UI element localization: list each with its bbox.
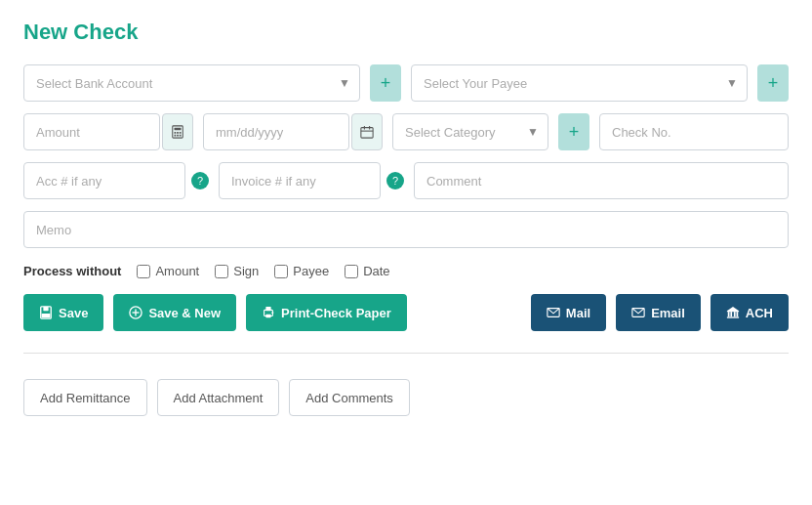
ach-label: ACH	[746, 306, 773, 320]
svg-marker-24	[727, 307, 739, 312]
print-button[interactable]: Print-Check Paper	[246, 294, 407, 331]
payee-select[interactable]: Select Your Payee	[411, 64, 748, 102]
page-title: New Check	[23, 20, 789, 45]
svg-rect-3	[177, 132, 179, 134]
calculator-icon	[171, 125, 184, 139]
acc-wrapper: ?	[23, 162, 209, 199]
date-wrapper	[203, 113, 383, 150]
row-memo	[23, 211, 789, 248]
calendar-icon-button[interactable]	[351, 113, 383, 150]
checkbox-sign-input[interactable]	[215, 265, 228, 278]
svg-rect-19	[265, 307, 270, 311]
save-icon	[39, 306, 53, 319]
save-new-icon	[129, 306, 142, 319]
mail-button[interactable]: Mail	[531, 294, 606, 331]
bottom-actions: Add Remittance Add Attachment Add Commen…	[23, 379, 789, 416]
new-check-form: Select Bank Account ▼ + Select Your Paye…	[23, 64, 789, 416]
checkbox-sign-label: Sign	[233, 264, 259, 278]
svg-rect-7	[180, 135, 182, 137]
category-wrapper: Select Category ▼	[392, 113, 548, 150]
checkbox-amount-label: Amount	[155, 264, 199, 278]
add-attachment-button[interactable]: Add Attachment	[157, 379, 280, 416]
invoice-help-icon[interactable]: ?	[386, 172, 404, 189]
calendar-icon	[360, 125, 374, 139]
save-new-button[interactable]: Save & New	[113, 294, 236, 331]
checkbox-payee-label: Payee	[293, 264, 329, 278]
ach-icon	[726, 306, 740, 319]
add-payee-button[interactable]: +	[757, 64, 789, 102]
row-acc-invoice-comment: ? ?	[23, 162, 789, 199]
acc-input[interactable]	[23, 162, 185, 199]
memo-input[interactable]	[23, 211, 789, 248]
svg-rect-14	[42, 314, 51, 317]
process-without-label: Process without	[23, 264, 121, 278]
payee-wrapper: Select Your Payee ▼	[411, 64, 748, 102]
svg-rect-25	[728, 312, 730, 316]
invoice-input[interactable]	[219, 162, 381, 199]
bank-account-select[interactable]: Select Bank Account	[23, 64, 360, 102]
checkbox-payee[interactable]: Payee	[274, 264, 329, 278]
checkbox-amount[interactable]: Amount	[137, 264, 199, 278]
add-comments-button[interactable]: Add Comments	[289, 379, 410, 416]
svg-rect-29	[727, 316, 739, 317]
divider	[23, 353, 789, 354]
svg-rect-13	[43, 307, 48, 311]
checkbox-date-label: Date	[363, 264, 389, 278]
checkbox-date-input[interactable]	[345, 265, 358, 278]
date-input[interactable]	[203, 113, 349, 150]
bank-account-wrapper: Select Bank Account ▼	[23, 64, 360, 102]
acc-help-icon[interactable]: ?	[191, 172, 209, 189]
add-bank-account-button[interactable]: +	[370, 64, 401, 102]
save-new-label: Save & New	[148, 306, 221, 320]
checkbox-sign[interactable]: Sign	[215, 264, 259, 278]
amount-input[interactable]	[23, 113, 160, 150]
svg-rect-26	[730, 312, 732, 316]
svg-rect-8	[361, 128, 373, 139]
process-without-row: Process without Amount Sign Payee Date	[23, 264, 789, 278]
svg-rect-28	[736, 312, 738, 316]
checkbox-amount-input[interactable]	[137, 265, 150, 278]
printer-icon	[262, 306, 275, 319]
svg-rect-1	[175, 128, 182, 131]
add-remittance-button[interactable]: Add Remittance	[23, 379, 147, 416]
svg-rect-20	[265, 315, 270, 318]
mail-icon	[547, 306, 560, 319]
svg-rect-5	[175, 135, 177, 137]
amount-wrapper	[23, 113, 193, 150]
email-label: Email	[651, 306, 685, 320]
comment-input[interactable]	[414, 162, 789, 199]
print-label: Print-Check Paper	[281, 306, 391, 320]
category-select[interactable]: Select Category	[392, 113, 548, 150]
svg-rect-27	[734, 312, 736, 316]
row-amount-date-category: Select Category ▼ +	[23, 113, 789, 150]
svg-rect-6	[177, 135, 179, 137]
checkno-input[interactable]	[599, 113, 789, 150]
email-icon	[631, 306, 645, 319]
calculator-icon-button[interactable]	[162, 113, 193, 150]
ach-button[interactable]: ACH	[710, 294, 789, 331]
actions-row: Save Save & New Print-Check Paper	[23, 294, 789, 331]
checkbox-date[interactable]: Date	[345, 264, 389, 278]
svg-rect-2	[175, 132, 177, 134]
checkbox-payee-input[interactable]	[274, 265, 288, 278]
invoice-wrapper: ?	[219, 162, 404, 199]
email-button[interactable]: Email	[616, 294, 701, 331]
save-button[interactable]: Save	[23, 294, 103, 331]
mail-label: Mail	[566, 306, 590, 320]
svg-rect-4	[180, 132, 182, 134]
row-bank-payee: Select Bank Account ▼ + Select Your Paye…	[23, 64, 789, 102]
save-label: Save	[59, 306, 88, 320]
svg-rect-21	[272, 312, 274, 314]
add-category-button[interactable]: +	[558, 113, 589, 150]
